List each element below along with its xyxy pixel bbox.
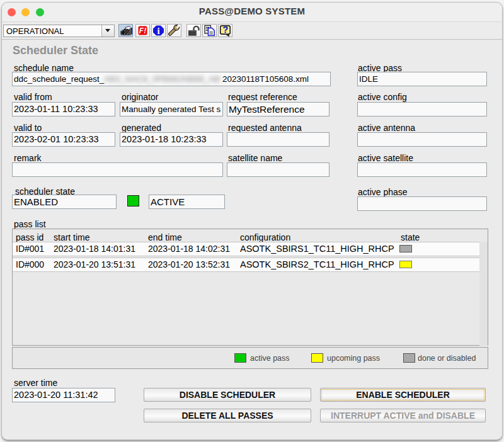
svg-text:?: ? <box>222 25 228 35</box>
svg-text:F!: F! <box>139 26 146 35</box>
svg-text:i: i <box>157 26 159 36</box>
